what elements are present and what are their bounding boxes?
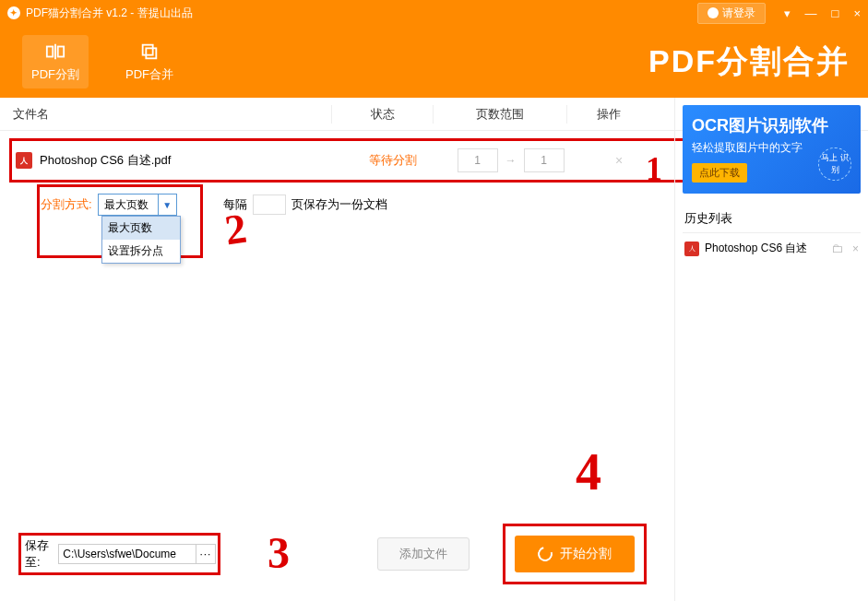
tab-split-label: PDF分割 (31, 66, 79, 83)
page-to-input[interactable]: 1 (524, 148, 565, 172)
col-status: 状态 (332, 105, 434, 124)
tab-split[interactable]: PDF分割 (22, 35, 89, 88)
close-button[interactable]: × (853, 6, 861, 20)
brand-title: PDF分割合并 (648, 41, 850, 83)
footer-bar: 保存至: ··· 添加文件 开始分割 (9, 524, 656, 584)
save-to-group: 保存至: ··· (18, 533, 220, 575)
dropdown-option-split-points[interactable]: 设置拆分点 (102, 240, 180, 263)
split-method-select[interactable]: 最大页数 ▼ (98, 194, 177, 216)
promo-banner[interactable]: OCR图片识别软件 轻松提取图片中的文字 点此下载 马上 识别 (683, 105, 861, 194)
every-suffix: 页保存为一份文档 (291, 196, 387, 213)
login-label: 请登录 (722, 6, 755, 21)
dropdown-icon[interactable]: ▾ (784, 6, 791, 20)
start-split-button[interactable]: 开始分割 (515, 536, 635, 572)
browse-button[interactable]: ··· (196, 544, 215, 564)
delete-history-icon[interactable]: × (852, 242, 859, 255)
window-controls: ▾ — □ × (784, 6, 861, 20)
save-to-label: 保存至: (25, 537, 53, 571)
every-pages-input[interactable] (253, 194, 286, 215)
promo-title: OCR图片识别软件 (692, 114, 851, 136)
svg-rect-0 (47, 47, 53, 57)
history-item[interactable]: 人 Photoshop CS6 自述 🗀 × (683, 233, 861, 264)
split-method-label: 分割方式: (41, 196, 92, 213)
select-value: 最大页数 (99, 197, 158, 213)
remove-file-button[interactable]: × (577, 153, 660, 168)
merge-icon (138, 41, 161, 63)
promo-download-button[interactable]: 点此下载 (692, 163, 747, 183)
open-folder-icon[interactable]: 🗀 (831, 242, 843, 255)
right-sidebar: OCR图片识别软件 轻松提取图片中的文字 点此下载 马上 识别 历史列表 人 P… (674, 98, 868, 601)
start-label: 开始分割 (560, 546, 612, 562)
history-title: 历史列表 (683, 205, 861, 233)
svg-rect-1 (58, 47, 64, 57)
chevron-down-icon[interactable]: ▼ (158, 194, 176, 215)
col-filename: 文件名 (11, 105, 332, 124)
annotation-4: 4 (576, 442, 601, 501)
svg-rect-4 (146, 48, 156, 58)
split-icon (44, 41, 66, 63)
promo-badge: 马上 识别 (818, 147, 851, 181)
app-header: PDF分割 PDF合并 PDF分割合并 (0, 26, 868, 98)
user-icon (707, 7, 719, 18)
refresh-icon (535, 544, 555, 564)
save-path-input[interactable] (58, 544, 196, 564)
maximize-button[interactable]: □ (832, 6, 839, 20)
main-tabs: PDF分割 PDF合并 (22, 35, 183, 88)
file-name: Photoshop CS6 自述.pdf (40, 152, 342, 169)
col-action: 操作 (567, 105, 650, 124)
login-button[interactable]: 请登录 (697, 3, 766, 24)
page-from-input[interactable]: 1 (458, 148, 498, 172)
app-icon: ✦ (7, 6, 20, 19)
every-label: 每隔 (223, 196, 247, 213)
arrow-icon: → (505, 154, 517, 167)
add-file-button[interactable]: 添加文件 (377, 537, 470, 571)
title-bar: ✦ PDF猫分割合并 v1.2 - 菩提山出品 请登录 ▾ — □ × (0, 0, 868, 26)
pdf-icon: 人 (16, 152, 32, 169)
col-range: 页数范围 (434, 105, 567, 124)
file-status: 等待分割 (342, 152, 444, 169)
minimize-button[interactable]: — (805, 6, 817, 20)
pdf-icon: 人 (684, 242, 699, 256)
tab-merge[interactable]: PDF合并 (116, 35, 183, 88)
file-page-range: 1 → 1 (444, 148, 577, 172)
split-method-dropdown: 最大页数 设置拆分点 (101, 216, 181, 264)
dropdown-option-max-pages[interactable]: 最大页数 (102, 217, 180, 240)
annotation-box-4: 开始分割 (503, 524, 647, 584)
window-title: PDF猫分割合并 v1.2 - 菩提山出品 (26, 6, 193, 21)
tab-merge-label: PDF合并 (125, 66, 173, 83)
svg-rect-3 (143, 45, 153, 55)
history-item-name: Photoshop CS6 自述 (705, 241, 826, 256)
